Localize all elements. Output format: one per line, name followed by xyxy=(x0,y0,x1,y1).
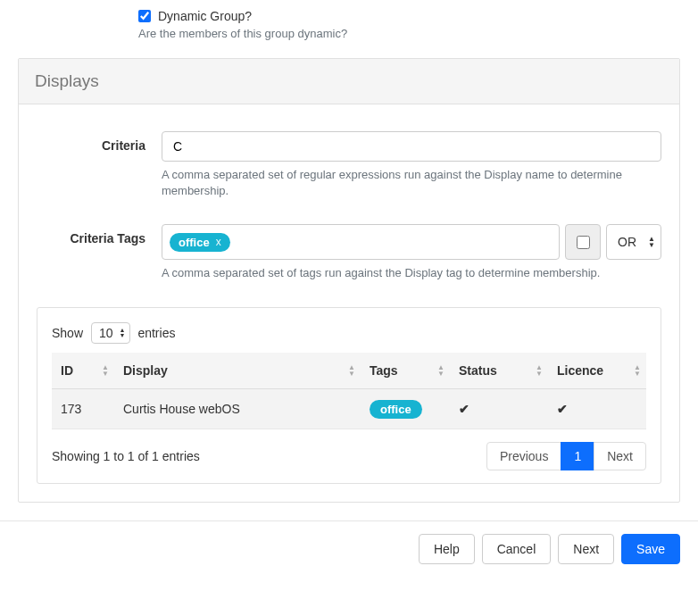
pagination: Previous 1 Next xyxy=(487,442,646,470)
criteria-tags-label: Criteria Tags xyxy=(37,224,162,281)
column-header-id[interactable]: ID▲▼ xyxy=(52,353,114,389)
tags-operator-select[interactable]: OR ▲▼ xyxy=(606,224,661,260)
tag-badge: office xyxy=(370,400,422,419)
criteria-tags-help: A comma separated set of tags run agains… xyxy=(162,265,661,281)
show-entries-suffix: entries xyxy=(137,326,175,340)
displays-panel: Displays Criteria A comma separated set … xyxy=(18,58,680,503)
sort-icon: ▲▼ xyxy=(536,364,543,377)
dynamic-group-label: Dynamic Group? xyxy=(158,9,252,23)
table-row[interactable]: 173 Curtis House webOS office ✔ ✔ xyxy=(52,388,646,429)
column-header-display[interactable]: Display▲▼ xyxy=(114,353,361,389)
criteria-label: Criteria xyxy=(37,131,162,199)
show-entries-prefix: Show xyxy=(52,326,83,340)
cell-licence: ✔ xyxy=(548,388,646,429)
cell-id: 173 xyxy=(52,388,114,429)
column-header-status[interactable]: Status▲▼ xyxy=(450,353,548,389)
tags-operator-value: OR xyxy=(618,235,636,249)
sort-icon: ▲▼ xyxy=(348,364,355,377)
criteria-input[interactable] xyxy=(162,131,661,162)
tag-chip-label: office xyxy=(179,236,210,249)
check-icon: ✔ xyxy=(557,402,568,416)
dynamic-group-help: Are the members of this group dynamic? xyxy=(138,27,680,40)
displays-table-panel: Show 10 ▲▼ entries ID▲▼ Display▲▼ Tags▲▼… xyxy=(37,307,661,484)
criteria-help: A comma separated set of regular express… xyxy=(162,167,661,199)
save-button[interactable]: Save xyxy=(621,534,680,564)
criteria-tags-input[interactable]: office x xyxy=(162,224,560,260)
page-size-select[interactable]: 10 ▲▼ xyxy=(91,322,130,344)
cancel-button[interactable]: Cancel xyxy=(482,534,552,564)
cell-display: Curtis House webOS xyxy=(114,388,361,429)
pagination-next-button[interactable]: Next xyxy=(594,442,646,470)
panel-title: Displays xyxy=(19,59,679,104)
dynamic-group-checkbox[interactable] xyxy=(138,10,151,22)
dialog-footer: Help Cancel Next Save xyxy=(0,520,698,577)
sort-icon: ▲▼ xyxy=(437,364,445,377)
page-size-value: 10 xyxy=(99,326,113,340)
cell-tags: office xyxy=(361,388,450,429)
help-button[interactable]: Help xyxy=(419,534,475,564)
displays-table: ID▲▼ Display▲▼ Tags▲▼ Status▲▼ Licence▲▼… xyxy=(52,353,646,429)
remove-tag-icon[interactable]: x xyxy=(216,236,221,248)
cell-status: ✔ xyxy=(450,388,548,429)
tag-chip: office x xyxy=(170,233,230,252)
exact-match-checkbox[interactable] xyxy=(577,236,590,249)
next-button[interactable]: Next xyxy=(558,534,614,564)
sort-icon: ▲▼ xyxy=(102,364,109,377)
pagination-previous-button[interactable]: Previous xyxy=(486,442,561,470)
select-arrows-icon: ▲▼ xyxy=(120,328,126,338)
column-header-tags[interactable]: Tags▲▼ xyxy=(361,353,450,389)
table-info: Showing 1 to 1 of 1 entries xyxy=(52,449,200,463)
check-icon: ✔ xyxy=(459,402,469,416)
select-arrows-icon: ▲▼ xyxy=(648,236,655,248)
pagination-page-button[interactable]: 1 xyxy=(561,442,594,470)
sort-icon: ▲▼ xyxy=(634,364,641,377)
column-header-licence[interactable]: Licence▲▼ xyxy=(548,353,646,389)
exact-match-toggle[interactable] xyxy=(565,224,601,260)
